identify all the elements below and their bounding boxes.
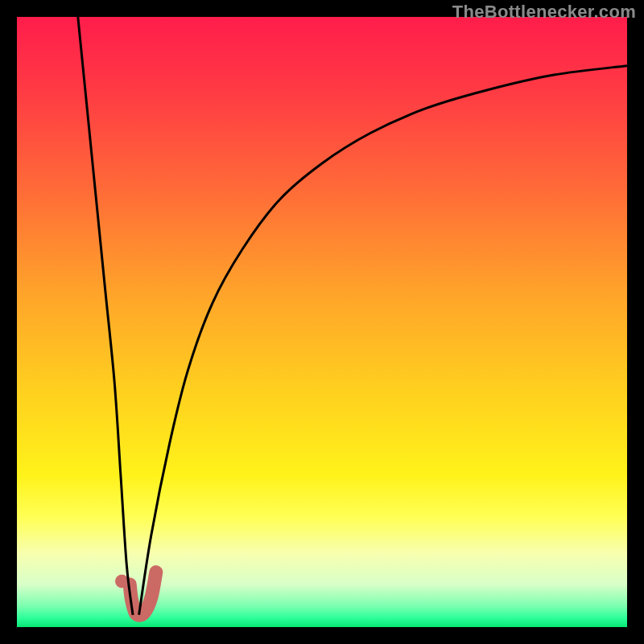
curve-left-branch xyxy=(78,17,133,615)
curve-right-branch xyxy=(139,66,627,615)
plot-area xyxy=(17,17,627,627)
chart-frame: TheBottlenecker.com xyxy=(0,0,644,644)
plot-svg xyxy=(17,17,627,627)
watermark-label: TheBottlenecker.com xyxy=(452,2,636,23)
marker-dot-icon xyxy=(115,575,129,588)
